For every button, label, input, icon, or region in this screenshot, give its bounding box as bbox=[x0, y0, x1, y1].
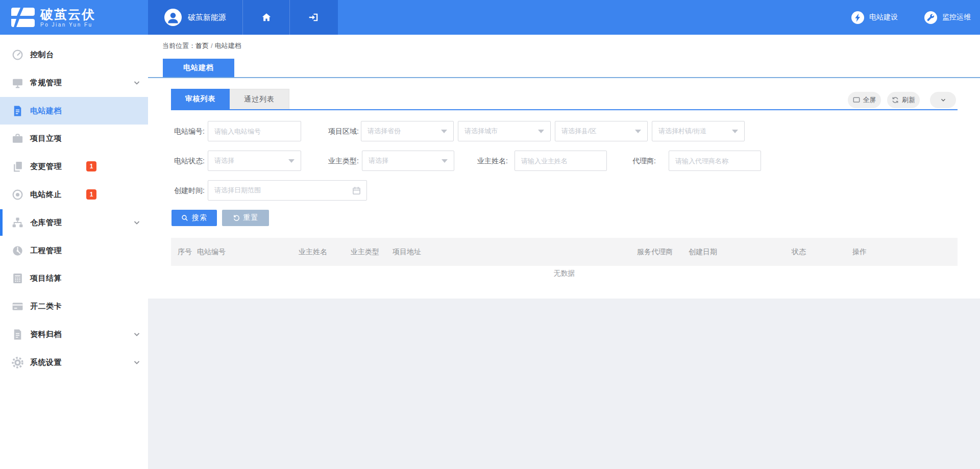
col-station-no: 电站编号 bbox=[197, 238, 226, 266]
town-select[interactable]: 请选择村镇/街道 bbox=[652, 121, 745, 141]
lightning-icon bbox=[851, 11, 864, 24]
empty-state: 无数据 bbox=[171, 269, 958, 278]
sidebar-item-system-settings[interactable]: 系统设置 bbox=[0, 349, 148, 376]
brand: 破茧云伏 Po Jian Yun Fu bbox=[0, 0, 148, 35]
user-avatar-icon bbox=[164, 9, 182, 26]
home-icon bbox=[261, 12, 272, 23]
document-icon bbox=[11, 105, 24, 117]
breadcrumb-current: 电站建档 bbox=[215, 42, 241, 50]
reset-button[interactable]: 重置 bbox=[222, 210, 269, 226]
region-label: 项目区域: bbox=[325, 121, 359, 141]
main-content: 当前位置：首页/电站建档 电站建档 审核列表 通过列表 全屏 刷新 bbox=[148, 35, 980, 469]
gauge-icon bbox=[11, 244, 24, 257]
sidebar-item-project-settlement[interactable]: 项目结算 bbox=[0, 264, 148, 292]
monitor-icon bbox=[11, 77, 24, 89]
briefcase-icon bbox=[11, 132, 24, 145]
mode-label: 电站建设 bbox=[869, 13, 898, 22]
station-no-label: 电站编号: bbox=[171, 121, 205, 141]
logo-icon bbox=[10, 7, 36, 28]
mode-station-construction[interactable]: 电站建设 bbox=[851, 11, 898, 24]
owner-type-label: 业主类型: bbox=[325, 151, 359, 171]
station-no-field[interactable] bbox=[208, 121, 301, 141]
sidebar: 控制台 常规管理 电站建档 项目立项 变更管理 1 电站终止 1 bbox=[0, 35, 148, 469]
credit-card-icon bbox=[11, 300, 24, 313]
date-range-picker[interactable]: 请选择日期范围 bbox=[208, 180, 367, 201]
active-indicator bbox=[0, 209, 3, 236]
chevron-down-icon bbox=[133, 79, 141, 87]
mode-monitoring-ops[interactable]: 监控运维 bbox=[924, 11, 971, 24]
brand-subtitle: Po Jian Yun Fu bbox=[40, 22, 95, 28]
dashboard-icon bbox=[11, 48, 24, 61]
sidebar-item-station-termination[interactable]: 电站终止 1 bbox=[0, 181, 148, 208]
caret-down-icon bbox=[635, 130, 641, 133]
station-no-input[interactable] bbox=[208, 121, 301, 141]
user-menu[interactable]: 破茧新能源 bbox=[148, 0, 243, 35]
owner-name-field[interactable] bbox=[514, 151, 607, 171]
station-status-select[interactable]: 请选择 bbox=[208, 151, 301, 171]
calculator-icon bbox=[11, 272, 24, 285]
col-owner-name: 业主姓名 bbox=[299, 238, 327, 266]
search-icon bbox=[181, 214, 188, 221]
refresh-icon bbox=[892, 96, 899, 104]
agent-label: 代理商: bbox=[628, 151, 656, 171]
file-icon bbox=[11, 328, 24, 341]
city-select[interactable]: 请选择城市 bbox=[458, 121, 551, 141]
logout-button[interactable] bbox=[290, 0, 337, 35]
county-select[interactable]: 请选择县/区 bbox=[555, 121, 648, 141]
page-tab-station-archive[interactable]: 电站建档 bbox=[163, 59, 234, 77]
province-select[interactable]: 请选择省份 bbox=[361, 121, 454, 141]
caret-down-icon bbox=[288, 159, 295, 163]
badge-count: 1 bbox=[86, 189, 96, 200]
sitemap-icon bbox=[11, 216, 24, 229]
sidebar-item-dashboard[interactable]: 控制台 bbox=[0, 41, 148, 68]
agent-input[interactable] bbox=[669, 151, 761, 170]
home-button[interactable] bbox=[243, 0, 290, 35]
calendar-icon bbox=[352, 186, 361, 195]
reset-icon bbox=[233, 214, 240, 221]
tab-review-list[interactable]: 审核列表 bbox=[171, 89, 230, 109]
target-icon bbox=[11, 188, 24, 201]
sidebar-item-warehouse-management[interactable]: 仓库管理 bbox=[0, 209, 148, 236]
sidebar-item-general-management[interactable]: 常规管理 bbox=[0, 69, 148, 96]
tab-passed-list[interactable]: 通过列表 bbox=[230, 89, 289, 109]
navbar-modes: 电站建设 监控运维 bbox=[851, 0, 971, 35]
col-created: 创建日期 bbox=[689, 238, 717, 266]
navbar-active-section: 破茧新能源 bbox=[148, 0, 338, 35]
col-owner-type: 业主类型 bbox=[351, 238, 379, 266]
owner-name-label: 业主姓名: bbox=[472, 151, 508, 171]
sidebar-item-type2-card[interactable]: 开二类卡 bbox=[0, 292, 148, 320]
chevron-down-icon bbox=[133, 330, 141, 338]
wrench-icon bbox=[924, 11, 937, 24]
col-agent: 服务代理商 bbox=[637, 238, 673, 266]
brand-title: 破茧云伏 bbox=[40, 8, 95, 21]
caret-down-icon bbox=[732, 130, 738, 133]
sidebar-item-engineering-management[interactable]: 工程管理 bbox=[0, 237, 148, 264]
breadcrumb-home-link[interactable]: 首页 bbox=[195, 42, 209, 50]
agent-field[interactable] bbox=[669, 151, 761, 171]
chevron-down-icon bbox=[133, 358, 141, 366]
breadcrumb: 当前位置：首页/电站建档 bbox=[162, 41, 241, 51]
collapse-button[interactable] bbox=[930, 92, 956, 108]
caret-down-icon bbox=[441, 130, 447, 133]
breadcrumb-prefix: 当前位置： bbox=[162, 42, 195, 50]
sidebar-item-change-management[interactable]: 变更管理 1 bbox=[0, 153, 148, 180]
sidebar-item-data-archive[interactable]: 资料归档 bbox=[0, 320, 148, 348]
owner-name-input[interactable] bbox=[515, 151, 606, 170]
chevron-down-icon bbox=[940, 96, 947, 104]
caret-down-icon bbox=[538, 130, 544, 133]
badge-count: 1 bbox=[86, 161, 96, 171]
created-time-label: 创建时间: bbox=[171, 180, 205, 201]
company-name: 破茧新能源 bbox=[188, 13, 226, 22]
gear-icon bbox=[11, 356, 24, 369]
sidebar-item-station-archive[interactable]: 电站建档 bbox=[0, 97, 148, 125]
sign-out-icon bbox=[308, 12, 319, 23]
top-navbar: 破茧云伏 Po Jian Yun Fu 破茧新能源 bbox=[0, 0, 980, 35]
chevron-down-icon bbox=[133, 218, 141, 227]
fullscreen-icon bbox=[853, 96, 860, 104]
fullscreen-button[interactable]: 全屏 bbox=[848, 92, 881, 108]
sidebar-item-project-initiation[interactable]: 项目立项 bbox=[0, 125, 148, 152]
search-button[interactable]: 搜索 bbox=[172, 210, 217, 226]
owner-type-select[interactable]: 请选择 bbox=[362, 151, 454, 171]
refresh-button[interactable]: 刷新 bbox=[887, 92, 920, 108]
caret-down-icon bbox=[442, 159, 448, 163]
